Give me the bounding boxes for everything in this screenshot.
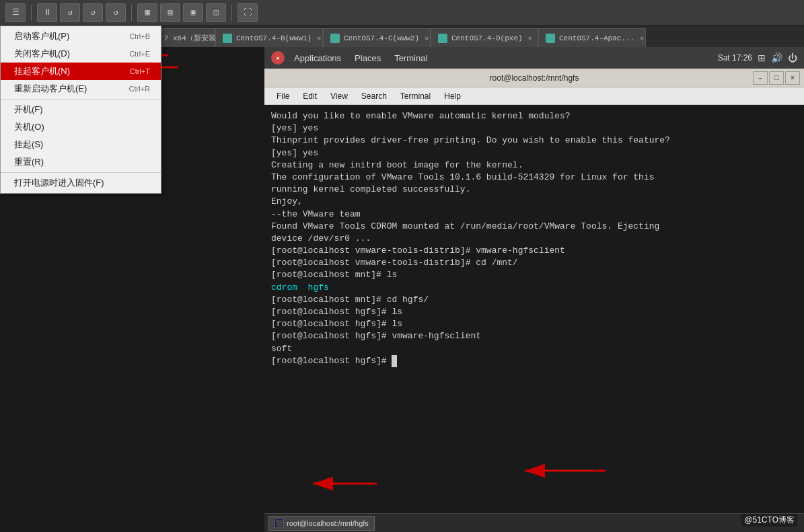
terminal-menu-help[interactable]: Help xyxy=(437,90,468,102)
terminal-menubar: File Edit View Search Terminal Help xyxy=(264,87,804,105)
menu-item-firmware[interactable]: 打开电源时进入固件(F) xyxy=(1,174,161,192)
menu-item-suspend-label: 挂起客户机(N) xyxy=(14,65,70,77)
terminal-minimize[interactable]: – xyxy=(753,71,768,85)
menu-item-poweroff-label: 关机(O) xyxy=(14,121,44,133)
menu-item-start-label: 启动客户机(P) xyxy=(14,30,69,42)
tab-label-www2: CentOS7.4-C(www2) xyxy=(344,34,419,42)
menu-item-restart[interactable]: 重新启动客户机(E) Ctrl+R xyxy=(1,80,161,98)
term-line-7: Creating a new initrd boot image for the… xyxy=(271,159,797,172)
menu-item-shutdown-label: 关闭客户机(D) xyxy=(14,48,70,60)
term-line-16: device /dev/sr0 ... xyxy=(271,233,797,245)
tab-label-apache: CentOS7.4-Apac... xyxy=(559,34,634,42)
gnome-network-icon: ⊞ xyxy=(758,52,766,63)
tab-apache[interactable]: CentOS7.4-Apac... ✕ xyxy=(538,28,646,47)
terminal-maximize[interactable]: □ xyxy=(769,71,784,85)
tab-label-www1: CentOS7.4-B(www1) xyxy=(236,34,312,42)
term-line-17: [root@localhost vmware-tools-distrib]# v… xyxy=(271,245,797,257)
term-line-15: Found VMware Tools CDROM mounted at /run… xyxy=(271,221,797,233)
terminal-menu-terminal[interactable]: Terminal xyxy=(394,90,437,102)
menu-section-power: 启动客户机(P) Ctrl+B 关闭客户机(D) Ctrl+E 挂起客户机(N)… xyxy=(1,26,161,100)
menu-section-firmware: 打开电源时进入固件(F) xyxy=(1,173,161,193)
menu-item-shutdown[interactable]: 关闭客户机(D) Ctrl+E xyxy=(1,45,161,63)
menu-item-poweron-label: 开机(F) xyxy=(14,104,43,116)
taskbar-item-terminal[interactable]: ⬛ root@localhost:/mnt/hgfs xyxy=(268,516,375,531)
tab-close-apache[interactable]: ✕ xyxy=(640,34,644,42)
toolbar-btn-history3[interactable]: ↺ xyxy=(106,3,126,22)
menu-item-restart-label: 重新启动客户机(E) xyxy=(14,83,87,95)
menu-item-firmware-label: 打开电源时进入固件(F) xyxy=(14,177,104,189)
menu-item-poweroff[interactable]: 关机(O) xyxy=(1,118,161,136)
term-line-13: --the VMware team xyxy=(271,208,797,221)
tab-pxe[interactable]: CentOS7.4-D(pxe) ✕ xyxy=(431,28,538,47)
term-line-5: [yes] yes xyxy=(271,147,797,159)
toolbar-btn-fullscreen[interactable]: ⛶ xyxy=(237,3,258,22)
terminal-title: root@localhost:/mnt/hgfs xyxy=(490,73,579,83)
gnome-clock: Sat 17:26 ⊞ 🔊 ⏻ xyxy=(718,52,797,63)
tab-icon-www2 xyxy=(330,34,340,43)
taskbar-item-label: root@localhost:/mnt/hgfs xyxy=(287,519,369,527)
term-line-20: cdrom hgfs xyxy=(271,282,797,294)
menu-item-shutdown-shortcut: Ctrl+E xyxy=(129,50,150,58)
gnome-logo: ★ xyxy=(271,51,285,65)
gnome-applications[interactable]: Applications xyxy=(287,53,348,63)
term-line-2: [yes] yes xyxy=(271,122,797,135)
term-line-4: Thinprint provides driver-free printing.… xyxy=(271,135,797,147)
term-line-11: Enjoy, xyxy=(271,196,797,208)
term-line-8: The configuration of VMware Tools 10.1.6… xyxy=(271,172,797,184)
menu-item-poweron[interactable]: 开机(F) xyxy=(1,101,161,118)
separator-3 xyxy=(231,5,232,21)
menu-item-restart-shortcut: Ctrl+R xyxy=(129,85,150,93)
toolbar-btn-view2[interactable]: ▤ xyxy=(160,3,180,22)
menu-item-reset-label: 重置(R) xyxy=(14,156,44,168)
tab-icon-www1 xyxy=(223,34,232,43)
tab-label-pxe: CentOS7.4-D(pxe) xyxy=(451,34,523,42)
toolbar-btn-view3[interactable]: ▣ xyxy=(183,3,203,22)
term-line-21: [root@localhost mnt]# cd hgfs/ xyxy=(271,294,797,306)
menu-section-power2: 开机(F) 关机(O) 挂起(S) 重置(R) xyxy=(1,100,161,173)
terminal-titlebar: root@localhost:/mnt/hgfs – □ × xyxy=(264,69,804,87)
gnome-clock-text: Sat 17:26 xyxy=(718,53,752,63)
terminal-menu-file[interactable]: File xyxy=(270,90,296,102)
term-line-18: [root@localhost vmware-tools-distrib]# c… xyxy=(271,257,797,269)
gnome-volume-icon: 🔊 xyxy=(771,52,782,63)
menu-item-start[interactable]: 启动客户机(P) Ctrl+B xyxy=(1,28,161,45)
taskbar-icon: ⬛ xyxy=(275,519,284,528)
tab-www2[interactable]: CentOS7.4-C(www2) ✕ xyxy=(323,28,431,47)
tab-icon-apache xyxy=(546,34,555,43)
terminal-window-controls: – □ × xyxy=(753,71,800,85)
tab-www1[interactable]: CentOS7.4-B(www1) ✕ xyxy=(215,28,323,47)
term-line-24: [root@localhost hgfs]# vmware-hgfsclient xyxy=(271,330,797,342)
toolbar-btn-history2[interactable]: ↺ xyxy=(83,3,103,22)
term-line-25: soft xyxy=(271,343,797,355)
toolbar-btn-view1[interactable]: ▦ xyxy=(137,3,157,22)
menu-item-suspend2[interactable]: 挂起(S) xyxy=(1,136,161,153)
terminal-taskbar: ⬛ root@localhost:/mnt/hgfs xyxy=(264,513,804,532)
tab-close-pxe[interactable]: ✕ xyxy=(528,34,532,42)
terminal-close[interactable]: × xyxy=(785,71,800,85)
menu-item-suspend-shortcut: Ctrl+T xyxy=(130,67,150,75)
menu-item-suspend2-label: 挂起(S) xyxy=(14,139,43,151)
term-line-26: [root@localhost hgfs]# xyxy=(271,355,797,367)
terminal-menu-view[interactable]: View xyxy=(324,90,355,102)
terminal-menu-search[interactable]: Search xyxy=(355,90,394,102)
tab-close-www2[interactable]: ✕ xyxy=(425,34,429,42)
tab-icon-pxe xyxy=(438,34,447,43)
gnome-places[interactable]: Places xyxy=(348,53,388,63)
menu-item-suspend[interactable]: 挂起客户机(N) Ctrl+T xyxy=(1,63,161,80)
menu-item-start-shortcut: Ctrl+B xyxy=(129,32,150,40)
gnome-terminal-menu[interactable]: Terminal xyxy=(388,53,434,63)
tab-close-www1[interactable]: ✕ xyxy=(317,34,321,42)
context-menu: 启动客户机(P) Ctrl+B 关闭客户机(D) Ctrl+E 挂起客户机(N)… xyxy=(0,26,161,194)
toolbar-btn-suspend[interactable]: ⏸ xyxy=(37,3,57,22)
gnome-power-icon: ⏻ xyxy=(788,52,797,63)
toolbar-btn-history1[interactable]: ↺ xyxy=(60,3,80,22)
gnome-topbar: ★ Applications Places Terminal Sat 17:26… xyxy=(264,47,804,69)
menu-item-reset[interactable]: 重置(R) xyxy=(1,153,161,171)
toolbar-btn-view4[interactable]: ◫ xyxy=(206,3,226,22)
term-line-22: [root@localhost hgfs]# ls xyxy=(271,306,797,318)
terminal-menu-edit[interactable]: Edit xyxy=(296,90,324,102)
separator-1 xyxy=(31,5,32,21)
toolbar-btn-menu[interactable]: ☰ xyxy=(5,3,26,22)
terminal-content[interactable]: Would you like to enable VMware automati… xyxy=(264,105,804,513)
term-line-23: [root@localhost hgfs]# ls xyxy=(271,318,797,330)
